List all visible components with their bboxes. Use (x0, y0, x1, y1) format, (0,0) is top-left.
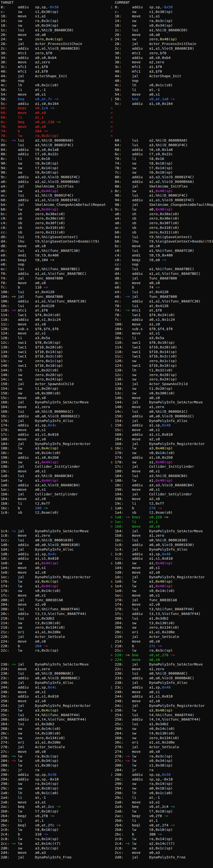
asm-diff-terminal: TARGET 8: addiu sp,sp,-0x58 c: sw s1,0x3… (0, 0, 213, 860)
current-pane: CURRENT i 8: addiu sp,sp,-0x50 c: sw s1,… (106, 0, 213, 860)
target-pane: TARGET 8: addiu sp,sp,-0x58 c: sw s1,0x3… (0, 0, 106, 860)
